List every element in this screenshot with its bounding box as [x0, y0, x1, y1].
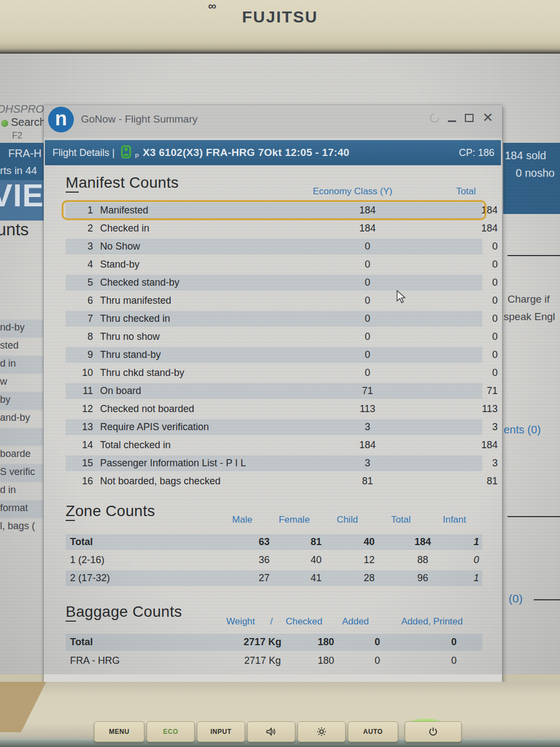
background-counts-label: unts [0, 220, 29, 240]
close-button[interactable]: ✕ [482, 111, 493, 124]
manifest-row[interactable]: 2Checked in184184 [66, 221, 482, 236]
col-male: Male [220, 514, 264, 525]
background-route-label: FRA-H [8, 147, 42, 160]
manifest-row[interactable]: 6Thru manifested00 [66, 293, 482, 309]
fujitsu-logo: ∞FUJITSU [0, 8, 560, 26]
col-added-printed: Added, Printed [394, 616, 470, 627]
bg-row-fragment: boarde [0, 446, 43, 464]
background-row-fragments: nd-by sted d in w by and-by boarde S ver… [0, 320, 43, 536]
flight-details-label: Flight Details | [52, 147, 115, 159]
bg-row-fragment: sted [0, 338, 43, 356]
flight-details-bar: Flight Details | P X3 6102(X3) FRA-HRG 7… [45, 140, 501, 165]
flight-summary-dialog: n GoNow - Flight Summary ✕ Flight Detail… [44, 105, 502, 723]
mouse-cursor [396, 290, 407, 306]
screen: OHSPROD1 Search F2 FRA-H rts in 44 VIE u… [0, 54, 560, 674]
baggage-counts-title: Baggage Counts [66, 603, 182, 621]
background-speak-note: speak Engl [504, 311, 555, 323]
manifest-row[interactable]: 13Require APIS verification33 [66, 419, 482, 435]
bg-row-fragment [0, 428, 43, 446]
baggage-row[interactable]: Total2717 Kg18000 [66, 634, 482, 651]
manifest-row[interactable]: 10Thru chkd stand-by00 [66, 365, 482, 381]
col-checked: Checked [282, 616, 326, 627]
minimize-button[interactable] [448, 120, 456, 122]
bg-row-fragment: by [0, 392, 43, 410]
status-dot-icon [1, 120, 8, 127]
auto-button[interactable]: AUTO [348, 721, 398, 742]
manifest-row[interactable]: 7Thru checked in00 [66, 311, 482, 327]
gonow-logo-icon: n [48, 107, 74, 132]
passenger-icon [120, 144, 133, 162]
zone-row[interactable]: 2 (17-32)274128961 [66, 570, 482, 586]
col-child: Child [325, 514, 369, 525]
sun-icon [317, 727, 326, 737]
manifest-row[interactable]: 3No Show00 [66, 239, 482, 254]
power-button[interactable] [405, 721, 462, 742]
zone-counts-title: Zone Counts [66, 502, 155, 520]
noshow-count-label: 0 nosho [516, 167, 555, 179]
fujitsu-infinity-icon: ∞ [208, 0, 217, 13]
dialog-title: GoNow - Flight Summary [81, 113, 197, 125]
zone-row[interactable]: Total6381401841 [66, 534, 482, 550]
brightness-button[interactable] [298, 721, 346, 742]
manifest-row[interactable]: 5Checked stand-by00 [66, 275, 482, 291]
flight-info: X3 6102(X3) FRA-HRG 7Okt 12:05 - 17:40 [143, 147, 349, 159]
col-added: Added [334, 616, 377, 627]
col-female: Female [272, 514, 316, 525]
menu-button[interactable]: MENU [94, 721, 144, 742]
capacity-label: CP: 186 [459, 147, 494, 159]
volume-button[interactable] [247, 721, 295, 742]
bg-row-fragment: format [0, 500, 43, 518]
manifest-row[interactable]: 8Thru no show00 [66, 329, 482, 345]
monitor-button-row: MENU ECO INPUT AUTO [0, 721, 560, 743]
power-icon [428, 727, 438, 737]
manifest-row[interactable]: 4Stand-by00 [66, 257, 482, 273]
bg-row-fragment: l, bags ( [0, 518, 43, 536]
maximize-button[interactable] [465, 114, 474, 122]
monitor-top-bezel: ∞FUJITSU [0, 0, 560, 54]
monitor-photo: ∞FUJITSU OHSPROD1 Search F2 FRA-H rts in… [0, 0, 560, 747]
background-departs-label: rts in 44 [0, 165, 37, 177]
background-f2-label: F2 [12, 131, 22, 141]
manifest-row[interactable]: 9Thru stand-by00 [66, 347, 482, 363]
col-total: Total [421, 186, 476, 197]
refresh-icon[interactable] [428, 111, 441, 124]
background-zero-link[interactable]: (0) [509, 592, 523, 605]
selected-row-highlight [62, 200, 486, 220]
passenger-icon-sub: P [135, 153, 139, 159]
manifest-row[interactable]: 11On board7171 [66, 383, 482, 399]
bg-row-fragment: d in [0, 482, 43, 500]
manifest-row[interactable]: 15Passenger Information List - P I L33 [66, 455, 482, 471]
col-slash: / [270, 616, 273, 627]
manifest-row[interactable]: 16Not boarded, bags checked8181 [66, 473, 482, 489]
sold-count-label: 184 sold [505, 149, 546, 162]
divider [508, 516, 560, 517]
background-ents-link[interactable]: ents (0) [504, 424, 541, 436]
background-flight-bar-left: FRA-H rts in 44 [0, 143, 44, 180]
bg-row-fragment: S verific [0, 464, 43, 482]
divider [534, 599, 560, 600]
col-economy: Economy Class (Y) [313, 186, 378, 197]
background-charge-note: Charge if [508, 293, 550, 305]
bg-row-fragment: and-by [0, 410, 43, 428]
col-weight: Weight [208, 616, 273, 627]
manifest-row[interactable]: 14Total checked in184184 [66, 437, 482, 453]
col-infant: Infant [433, 514, 476, 525]
col-zone-total: Total [379, 514, 423, 525]
background-search-label[interactable]: Search [11, 116, 45, 129]
bg-row-fragment: nd-by [0, 320, 43, 338]
bg-row-fragment: d in [0, 356, 43, 374]
manifest-counts-title: Manifest Counts [66, 174, 179, 192]
bg-row-fragment: w [0, 374, 43, 392]
baggage-row[interactable]: FRA - HRG2717 Kg18000 [66, 652, 482, 669]
input-button[interactable]: INPUT [197, 721, 245, 742]
background-sales-panel: 184 sold 0 nosho [503, 143, 560, 214]
zone-row[interactable]: 1 (2-16)364012880 [66, 552, 482, 568]
background-vie-banner: VIE [0, 180, 44, 221]
divider [508, 255, 560, 256]
eco-button[interactable]: ECO [147, 721, 195, 742]
manifest-row[interactable]: 12Checked not boarded113113 [66, 401, 482, 417]
dialog-titlebar[interactable]: n GoNow - Flight Summary ✕ [44, 105, 502, 138]
speaker-icon [266, 727, 276, 736]
